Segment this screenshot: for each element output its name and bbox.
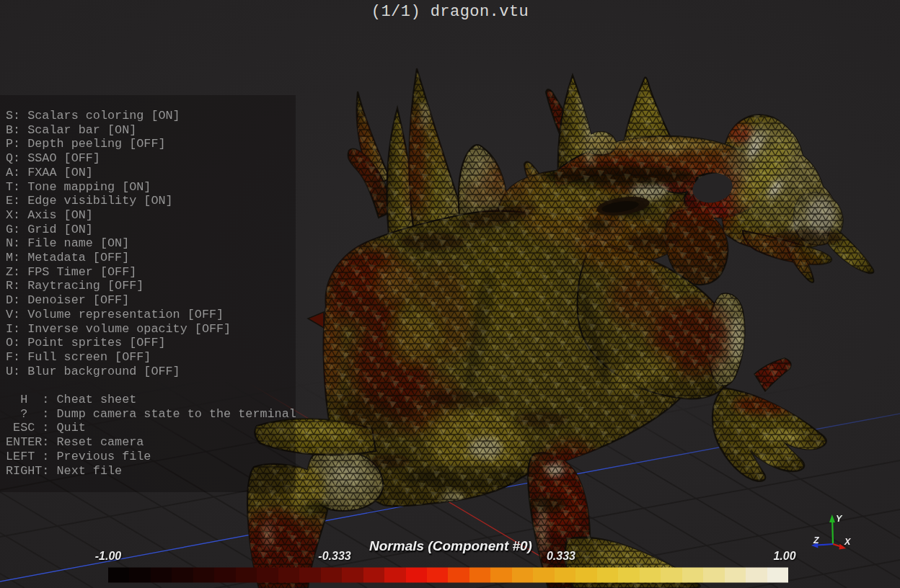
- svg-text:Z: Z: [813, 535, 820, 545]
- svg-text:Y: Y: [836, 514, 843, 524]
- svg-text:X: X: [844, 537, 851, 547]
